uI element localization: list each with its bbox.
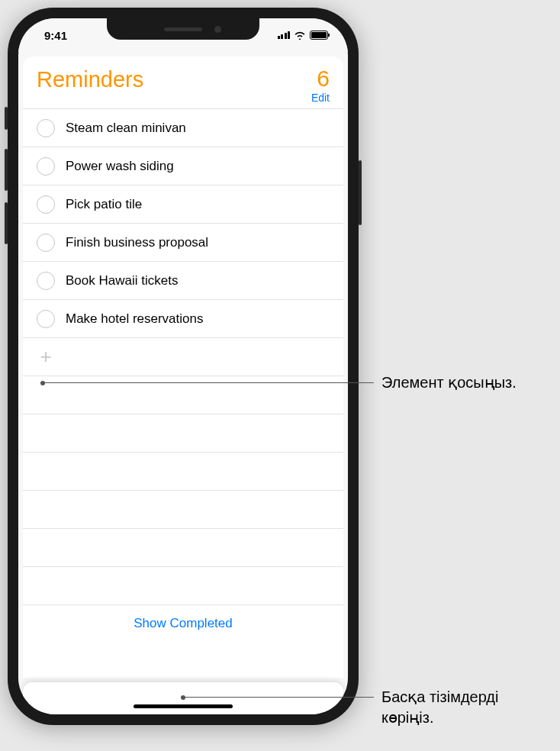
- empty-row: [23, 452, 343, 490]
- callout-line: [183, 697, 374, 698]
- reminder-item[interactable]: Make hotel reservations: [23, 299, 343, 337]
- reminder-item[interactable]: Steam clean minivan: [23, 108, 343, 147]
- status-indicators: [278, 31, 329, 40]
- edit-button[interactable]: Edit: [311, 92, 330, 104]
- status-time: 9:41: [44, 29, 67, 42]
- volume-down-button: [5, 202, 8, 244]
- mute-switch: [5, 107, 8, 130]
- add-reminder-row[interactable]: +: [23, 337, 343, 376]
- plus-icon: +: [37, 348, 55, 366]
- empty-row: [23, 490, 343, 528]
- checkbox-circle-icon[interactable]: [37, 272, 55, 290]
- checkbox-circle-icon[interactable]: [37, 310, 55, 328]
- speaker: [164, 27, 202, 31]
- screen: 9:41 Reminders 6 Edit: [18, 18, 348, 714]
- reminder-text: Pick patio tile: [66, 197, 142, 212]
- callout-add-item: Элемент қосыңыз.: [381, 372, 542, 393]
- empty-row: [23, 528, 343, 566]
- card-header: Reminders 6 Edit: [23, 56, 343, 108]
- reminder-item[interactable]: Power wash siding: [23, 147, 343, 185]
- checkbox-circle-icon[interactable]: [37, 119, 55, 137]
- reminder-item[interactable]: Book Hawaii tickets: [23, 261, 343, 299]
- checkbox-circle-icon[interactable]: [37, 234, 55, 252]
- show-completed-button[interactable]: Show Completed: [23, 604, 343, 639]
- wifi-icon: [294, 31, 306, 40]
- battery-icon: [310, 31, 328, 40]
- notch: [107, 18, 259, 40]
- reminder-text: Finish business proposal: [66, 235, 208, 250]
- checkbox-circle-icon[interactable]: [37, 195, 55, 214]
- checkbox-circle-icon[interactable]: [37, 157, 55, 176]
- cellular-signal-icon: [278, 31, 291, 39]
- empty-row: [23, 414, 343, 452]
- reminder-text: Make hotel reservations: [66, 311, 203, 327]
- power-button: [359, 160, 362, 225]
- phone-frame: 9:41 Reminders 6 Edit: [8, 8, 359, 725]
- app-title: Reminders: [37, 67, 143, 92]
- volume-up-button: [5, 149, 8, 191]
- reminders-card: Reminders 6 Edit Steam clean minivan Pow…: [23, 56, 343, 678]
- empty-row: [23, 566, 343, 604]
- reminder-count: 6: [311, 67, 330, 90]
- callout-other-lists: Басқа тізімдерді көріңіз.: [381, 687, 549, 728]
- reminder-item[interactable]: Finish business proposal: [23, 223, 343, 261]
- empty-row: [23, 376, 343, 414]
- reminders-list[interactable]: Steam clean minivan Power wash siding Pi…: [23, 108, 343, 678]
- reminder-text: Steam clean minivan: [66, 121, 186, 136]
- front-camera: [214, 26, 221, 33]
- reminder-text: Power wash siding: [66, 159, 174, 174]
- reminder-text: Book Hawaii tickets: [66, 273, 178, 288]
- callout-line: [43, 382, 374, 383]
- home-indicator[interactable]: [134, 704, 233, 708]
- reminder-item[interactable]: Pick patio tile: [23, 185, 343, 223]
